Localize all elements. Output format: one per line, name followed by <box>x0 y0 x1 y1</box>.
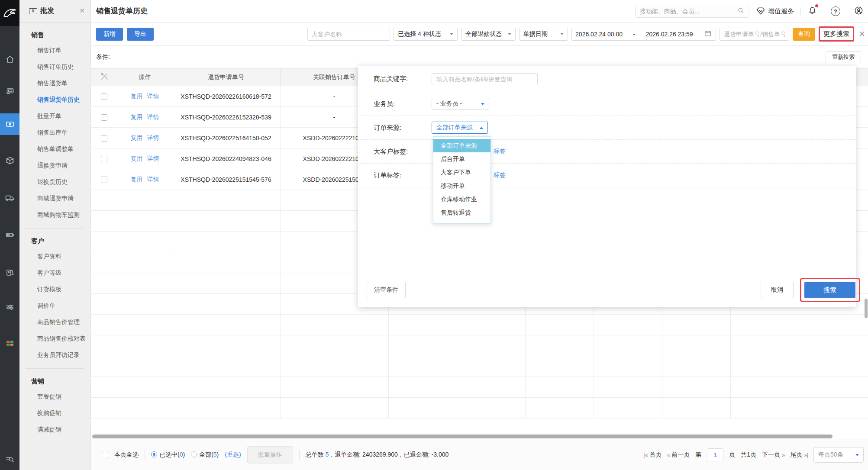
select-all-checkbox[interactable] <box>102 452 108 458</box>
sidebar-item-customer-level[interactable]: 客户等级 <box>19 264 90 281</box>
selected-radio[interactable] <box>151 451 157 457</box>
all-radio[interactable] <box>191 451 197 457</box>
sidebar-item-return-exchange-request[interactable]: 退换货申请 <box>19 157 90 174</box>
dropdown-option-key-account[interactable]: 大客户下单 <box>433 166 490 179</box>
search-button[interactable]: 搜索 <box>804 282 855 298</box>
export-button[interactable]: 导出 <box>127 28 154 41</box>
vertical-scrollbar-thumb[interactable] <box>865 299 868 318</box>
detail-link[interactable]: 详情 <box>147 93 159 100</box>
sidebar-item-mall-return-request[interactable]: 商城退货申请 <box>19 190 90 206</box>
copy-link[interactable]: 复用 <box>131 134 143 141</box>
card-icon[interactable] <box>0 224 19 246</box>
row-checkbox[interactable] <box>101 156 107 162</box>
order-tag-link[interactable]: 标签 <box>494 171 506 179</box>
page-size-select[interactable]: 每页50条 <box>813 447 864 463</box>
apps-grid-icon[interactable] <box>0 332 19 354</box>
return-no-cell: XSTHSQD-20260225164150-052 <box>172 128 280 148</box>
copy-link[interactable]: 复用 <box>131 93 143 100</box>
date-to[interactable]: 2026.02.26 23:59 <box>646 31 693 38</box>
truck-icon[interactable] <box>0 187 19 209</box>
home-icon[interactable] <box>0 48 19 70</box>
date-from[interactable]: 2026.02.24 00:00 <box>575 31 623 38</box>
help-icon[interactable]: ? <box>831 6 840 16</box>
row-checkbox[interactable] <box>101 135 107 142</box>
detail-link[interactable]: 详情 <box>147 176 159 183</box>
research-button[interactable]: 重新搜索 <box>826 51 861 63</box>
more-search-button[interactable]: 更多搜索 <box>819 26 854 42</box>
date-range-picker[interactable]: 2026.02.24 00:00 - 2026.02.26 23:59 <box>571 28 716 41</box>
notifications-bell-icon[interactable] <box>807 6 817 17</box>
prev-page-button[interactable]: «前一页 <box>667 451 690 459</box>
sidebar-item-salesman-visits[interactable]: 业务员拜访记录 <box>19 347 90 363</box>
dropdown-option-mobile[interactable]: 移动开单 <box>433 179 490 193</box>
last-page-button[interactable]: 尾页»| <box>790 451 808 459</box>
sidebar-item-sales-return-history[interactable]: 销售退货单历史 <box>19 91 90 108</box>
sidebar-item-combo-promo[interactable]: 套餐促销 <box>19 388 90 405</box>
salesman-select[interactable]: - 业务员 - <box>432 98 489 110</box>
customer-name-input[interactable] <box>307 28 390 41</box>
first-page-button[interactable]: |«首页 <box>644 451 662 459</box>
package-icon[interactable] <box>0 149 19 171</box>
order-no-input[interactable] <box>720 28 789 41</box>
copy-link[interactable]: 复用 <box>131 176 143 183</box>
product-keyword-input[interactable] <box>432 73 538 85</box>
row-checkbox[interactable] <box>101 177 107 183</box>
customer-tag-link[interactable]: 标签 <box>494 148 506 155</box>
reselect-link[interactable]: (重选) <box>225 451 241 459</box>
cancel-button[interactable]: 取消 <box>761 282 794 298</box>
sidebar-item-sales-orders[interactable]: 销售订单 <box>19 42 90 58</box>
detail-link[interactable]: 详情 <box>147 113 159 120</box>
batch-actions-button[interactable]: 批量操作 <box>247 446 293 464</box>
selected-radio-group[interactable]: 已选中(0) <box>151 451 185 459</box>
sidebar-item-price-adjustment[interactable]: 调价单 <box>19 297 90 314</box>
sidebar-item-sales-order-history[interactable]: 销售订单历史 <box>19 58 90 75</box>
horizontal-scrollbar-thumb[interactable] <box>92 435 833 438</box>
global-search-input[interactable] <box>640 8 737 15</box>
brand-logo-icon[interactable] <box>0 0 19 26</box>
sidebar-item-return-exchange-history[interactable]: 退换货历史 <box>19 174 90 190</box>
orders-board-icon[interactable] <box>0 80 19 102</box>
menu-search-icon[interactable] <box>0 448 19 470</box>
sliders-icon[interactable] <box>0 296 19 318</box>
sidebar-item-order-template[interactable]: 订货模板 <box>19 281 90 297</box>
sidebar-item-sales-price-check[interactable]: 商品销售价核对表 <box>19 330 90 347</box>
global-search-box[interactable] <box>635 5 749 18</box>
copy-link[interactable]: 复用 <box>131 155 143 162</box>
ledger-icon[interactable] <box>0 262 19 283</box>
detail-link[interactable]: 详情 <box>147 155 159 162</box>
value-added-services[interactable]: 增值服务 <box>756 6 794 16</box>
sidebar-item-sales-price-mgmt[interactable]: 商品销售价管理 <box>19 314 90 330</box>
sidebar-item-customer-profile[interactable]: 客户资料 <box>19 248 90 264</box>
next-page-button[interactable]: 下一页» <box>762 451 784 459</box>
sidebar-item-sales-outbound[interactable]: 销售出库单 <box>19 124 90 141</box>
status-filter-select[interactable]: 已选择 4 种状态 <box>394 28 458 41</box>
sales-money-icon[interactable] <box>0 113 19 135</box>
dropdown-option-aftersale[interactable]: 售后转退货 <box>433 206 490 219</box>
all-radio-group[interactable]: 全部(5) <box>191 451 219 459</box>
toolbar-close-icon[interactable]: ✕ <box>858 29 865 39</box>
dropdown-option-all-sources[interactable]: 全部订单来源 <box>433 139 490 152</box>
sidebar-close-icon[interactable]: ✕ <box>79 7 85 15</box>
detail-link[interactable]: 详情 <box>147 134 159 141</box>
sidebar-item-mall-cart-monitor[interactable]: 商城购物车监测 <box>19 206 90 223</box>
dropdown-option-warehouse[interactable]: 仓库移动作业 <box>433 193 490 206</box>
refund-status-select[interactable]: 全部退款状态 <box>461 28 516 41</box>
copy-link[interactable]: 复用 <box>131 113 143 120</box>
dropdown-option-backend[interactable]: 后台开单 <box>433 152 490 166</box>
query-button[interactable]: 查询 <box>793 28 815 41</box>
account-avatar-icon[interactable] <box>854 6 864 17</box>
date-type-select[interactable]: 单据日期 <box>519 28 568 41</box>
page-number-input[interactable] <box>707 448 723 461</box>
column-settings-header[interactable] <box>91 69 118 86</box>
sidebar-item-discount-promo[interactable]: 满减促销 <box>19 421 90 438</box>
clear-conditions-button[interactable]: 清空条件 <box>367 282 406 298</box>
sidebar-item-sales-returns[interactable]: 销售退货单 <box>19 75 90 91</box>
row-checkbox[interactable] <box>101 93 107 100</box>
sidebar-item-batch-billing[interactable]: 批量开单 <box>19 108 90 124</box>
sidebar-item-sales-adjustment[interactable]: 销售单调整单 <box>19 141 90 157</box>
order-source-select[interactable]: 全部订单来源 <box>432 122 488 134</box>
row-checkbox[interactable] <box>101 114 107 121</box>
add-button[interactable]: 新增 <box>96 28 123 41</box>
sidebar-item-tradein-promo[interactable]: 换购促销 <box>19 405 90 421</box>
return-no-cell: XSTHSQD-20260226152328-539 <box>172 107 280 128</box>
